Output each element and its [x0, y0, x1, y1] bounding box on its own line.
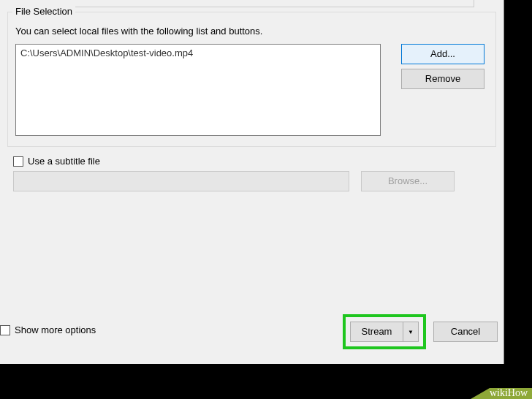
show-more-label: Show more options [15, 324, 96, 335]
file-list-item[interactable]: C:\Users\ADMIN\Desktop\test-video.mp4 [20, 48, 376, 58]
open-media-dialog: File Selection You can select local file… [0, 0, 504, 364]
file-selection-label: File Selection [12, 6, 75, 17]
show-more-options-row[interactable]: Show more options [0, 324, 96, 335]
remove-button[interactable]: Remove [401, 69, 484, 89]
subtitle-checkbox-label: Use a subtitle file [28, 156, 100, 167]
wikihow-watermark: wikiHow [471, 388, 532, 399]
cancel-button[interactable]: Cancel [433, 322, 498, 342]
stream-split-button[interactable]: Stream ▼ [350, 322, 419, 342]
stream-button[interactable]: Stream [351, 322, 403, 341]
file-selection-group: File Selection You can select local file… [7, 12, 496, 147]
file-listbox[interactable]: C:\Users\ADMIN\Desktop\test-video.mp4 [15, 44, 381, 136]
subtitle-browse-button: Browse... [361, 171, 455, 191]
stream-dropdown-toggle[interactable]: ▼ [403, 322, 418, 341]
upper-divider [58, 0, 474, 7]
subtitle-path-input [13, 171, 349, 191]
chevron-down-icon: ▼ [408, 329, 414, 335]
subtitle-checkbox-row[interactable]: Use a subtitle file [13, 156, 503, 167]
add-button[interactable]: Add... [401, 44, 484, 64]
subtitle-checkbox[interactable] [13, 156, 23, 167]
show-more-checkbox[interactable] [0, 325, 10, 335]
file-selection-hint: You can select local files with the foll… [15, 26, 488, 37]
stream-highlight: Stream ▼ [343, 314, 426, 349]
